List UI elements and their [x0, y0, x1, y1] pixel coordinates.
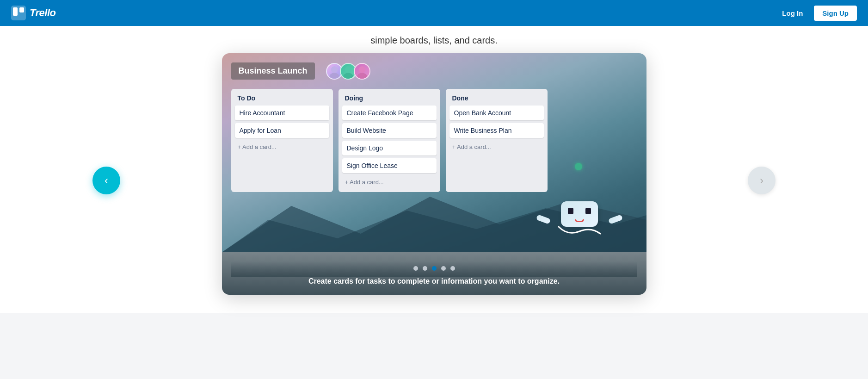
trello-icon: [11, 6, 26, 20]
card-apply-for-loan[interactable]: Apply for Loan: [235, 123, 329, 138]
robot-mouth: [575, 219, 584, 222]
svg-point-7: [358, 66, 365, 73]
card-hire-accountant[interactable]: Hire Accountant: [235, 106, 329, 120]
header-actions: Log In Sign Up: [776, 6, 857, 21]
list-done: Done Open Bank Account Write Business Pl…: [446, 89, 548, 192]
trello-wordmark: Trello: [30, 7, 56, 19]
dot-4[interactable]: [441, 266, 446, 271]
chevron-left-icon: ‹: [105, 174, 108, 187]
board-caption-text: Create cards for tasks to complete or in…: [231, 277, 637, 286]
dot-2[interactable]: [423, 266, 427, 271]
list-done-title: Done: [449, 93, 544, 106]
svg-point-3: [331, 66, 337, 73]
robot-eye-left: [568, 208, 573, 214]
robot-wave-icon: [554, 224, 605, 238]
dot-5[interactable]: [450, 266, 455, 271]
svg-point-4: [329, 73, 339, 79]
list-doing-title: Doing: [342, 93, 437, 106]
svg-point-6: [343, 73, 353, 79]
robot-arm-left: [536, 214, 550, 224]
svg-rect-1: [13, 7, 18, 16]
add-card-doing[interactable]: + Add a card...: [342, 176, 437, 188]
card-create-facebook-page[interactable]: Create Facebook Page: [342, 106, 437, 120]
svg-point-5: [345, 66, 351, 73]
carousel-next-button[interactable]: ›: [748, 167, 776, 194]
add-card-done[interactable]: + Add a card...: [449, 141, 544, 153]
card-build-website[interactable]: Build Website: [342, 123, 437, 138]
svg-point-8: [357, 73, 367, 79]
card-design-logo[interactable]: Design Logo: [342, 141, 437, 155]
dot-3[interactable]: [432, 266, 437, 271]
signup-button[interactable]: Sign Up: [814, 6, 857, 21]
robot-mascot: [549, 167, 609, 227]
board-title: Business Launch: [231, 62, 315, 80]
avatar-3: [354, 63, 370, 80]
header: Trello Log In Sign Up: [0, 0, 868, 26]
carousel-prev-button[interactable]: ‹: [92, 167, 120, 194]
robot-antenna: [575, 163, 582, 170]
logo: Trello: [11, 6, 56, 20]
carousel-card: Business Launch: [222, 53, 646, 295]
board-area: Business Launch: [222, 53, 646, 252]
list-todo-title: To Do: [235, 93, 329, 106]
list-doing: Doing Create Facebook Page Build Website…: [339, 89, 440, 192]
robot-eye-right: [585, 208, 591, 214]
card-open-bank-account[interactable]: Open Bank Account: [449, 106, 544, 120]
dot-1[interactable]: [413, 266, 418, 271]
chevron-right-icon: ›: [760, 174, 763, 187]
card-write-business-plan[interactable]: Write Business Plan: [449, 123, 544, 138]
main-content: simple boards, lists, and cards. ‹ Busin…: [0, 0, 868, 313]
board-header: Business Launch: [231, 62, 637, 80]
svg-rect-2: [19, 7, 24, 12]
robot-arm-right: [608, 214, 622, 224]
robot-body: [561, 201, 598, 227]
login-button[interactable]: Log In: [776, 6, 808, 20]
list-todo: To Do Hire Accountant Apply for Loan + A…: [231, 89, 333, 192]
card-sign-office-lease[interactable]: Sign Office Lease: [342, 158, 437, 173]
subtitle: simple boards, lists, and cards.: [370, 26, 498, 53]
board-avatars: [326, 63, 370, 80]
board-caption: Create cards for tasks to complete or in…: [222, 252, 646, 295]
carousel-wrapper: ‹ Business Launch: [0, 53, 868, 313]
add-card-todo[interactable]: + Add a card...: [235, 141, 329, 153]
carousel-dots: [231, 261, 637, 277]
